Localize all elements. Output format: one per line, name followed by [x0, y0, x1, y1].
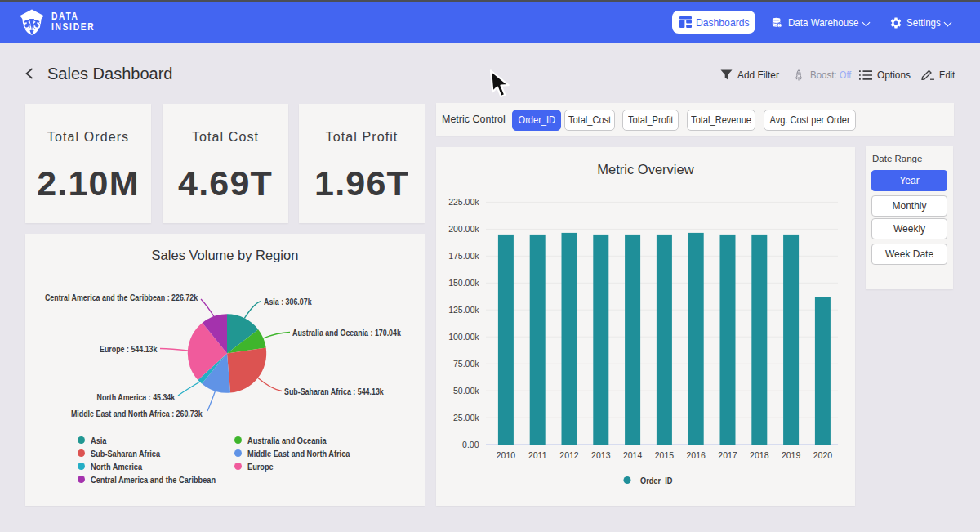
svg-text:175.00k: 175.00k — [448, 251, 479, 261]
svg-text:2014: 2014 — [623, 450, 643, 460]
svg-text:75.00k: 75.00k — [453, 359, 479, 369]
svg-text:2015: 2015 — [655, 450, 675, 460]
svg-text:200.00k: 200.00k — [448, 224, 479, 234]
svg-text:50.00k: 50.00k — [453, 386, 479, 396]
svg-text:2013: 2013 — [591, 450, 611, 460]
svg-text:100.00k: 100.00k — [448, 332, 479, 342]
svg-text:2010: 2010 — [497, 450, 516, 460]
svg-text:150.00k: 150.00k — [448, 278, 479, 288]
svg-text:125.00k: 125.00k — [448, 305, 479, 315]
svg-text:2011: 2011 — [528, 450, 547, 460]
svg-text:2012: 2012 — [559, 450, 579, 460]
svg-text:Order_ID: Order_ID — [640, 476, 673, 485]
svg-text:2019: 2019 — [782, 450, 801, 460]
svg-text:25.00k: 25.00k — [453, 413, 479, 422]
svg-text:2018: 2018 — [750, 450, 769, 460]
svg-text:0.00: 0.00 — [462, 440, 479, 449]
svg-text:2017: 2017 — [718, 450, 737, 460]
svg-text:2020: 2020 — [813, 450, 833, 460]
svg-text:225.00k: 225.00k — [448, 197, 479, 207]
svg-text:2016: 2016 — [687, 450, 706, 460]
